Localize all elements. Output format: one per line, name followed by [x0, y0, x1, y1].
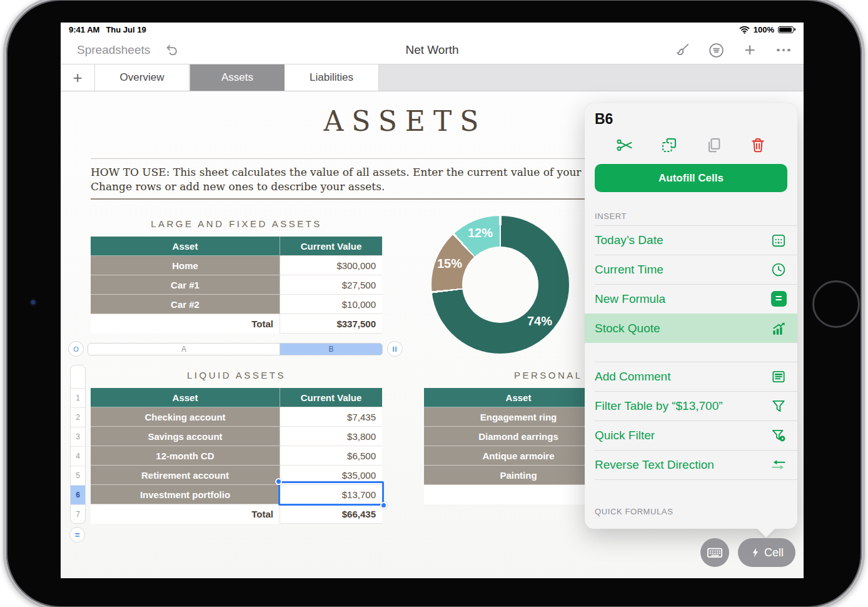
slice-label: 74%: [527, 314, 552, 329]
tab-overview[interactable]: Overview: [95, 64, 189, 91]
filter-icon: [770, 397, 787, 415]
sheet-heading: ASSETS: [280, 105, 530, 137]
selected-cell-outline[interactable]: [278, 481, 384, 506]
toolbar: Spreadsheets Net Worth: [61, 36, 804, 64]
delete-icon[interactable]: [749, 136, 767, 155]
table-row: Home $300,000: [91, 256, 382, 275]
front-camera: [29, 298, 38, 307]
calendar-icon: [770, 232, 787, 249]
cut-icon[interactable]: [615, 136, 634, 155]
stock-chart-icon: [770, 320, 787, 337]
wifi-icon: [739, 26, 750, 34]
divider: [595, 479, 797, 480]
clock-icon: [770, 261, 787, 278]
row-number[interactable]: 7: [71, 505, 85, 524]
menu-item-filter-table[interactable]: Filter Table by “$13,700”: [585, 391, 797, 421]
quick-formulas-section-label: QUICK FORMULAS: [595, 507, 673, 516]
menu-item-todays-date[interactable]: Today’s Date: [585, 225, 797, 255]
keyboard-button[interactable]: [700, 538, 729, 567]
more-options-icon[interactable]: [775, 41, 792, 59]
menu-item-reverse-text[interactable]: Reverse Text Direction: [585, 450, 797, 479]
table-header-row: Asset Current Value: [91, 388, 382, 407]
table-total-row: Total $337,500: [91, 314, 382, 334]
cell-reference: B6: [595, 111, 613, 128]
fixed-assets-table: Asset Current Value Home $300,000 Car #1…: [91, 237, 382, 334]
fixed-assets-title: LARGE AND FIXED ASSETS: [91, 218, 382, 229]
slice-label: 15%: [437, 257, 462, 271]
ipad-device: 9:41 AM Thu Jul 19 100% Spreadsheets: [0, 0, 868, 607]
assets-donut-chart[interactable]: 74% 15% 12%: [431, 216, 569, 354]
formula-icon: =: [770, 290, 787, 308]
row-number[interactable]: 5: [71, 466, 85, 486]
menu-item-current-time[interactable]: Current Time: [585, 255, 797, 284]
add-content-icon[interactable]: +: [741, 41, 759, 59]
table-row: 12-month CD $6,500: [91, 446, 382, 466]
header-cell[interactable]: Asset: [91, 237, 280, 256]
selection-handle-bottomright[interactable]: [380, 502, 387, 509]
menu-item-add-comment[interactable]: Add Comment: [585, 362, 797, 391]
autofill-cells-button[interactable]: Autofill Cells: [595, 164, 787, 192]
add-sheet-button[interactable]: +: [61, 64, 95, 91]
row-number-selected[interactable]: 6: [71, 486, 85, 505]
row-number[interactable]: 2: [71, 408, 85, 427]
table-header-row: Asset Current Value: [91, 237, 382, 256]
table-total-row: Total $66,435: [91, 504, 382, 524]
cell-action-button[interactable]: Cell: [738, 538, 795, 567]
tab-liabilities[interactable]: Liabilities: [285, 64, 379, 91]
column-a-header[interactable]: A: [88, 344, 280, 355]
format-brush-icon[interactable]: [674, 41, 691, 59]
table-row: Checking account $7,435: [91, 407, 382, 427]
view-options-icon[interactable]: [707, 41, 725, 59]
row-number[interactable]: 4: [71, 447, 85, 466]
sheet-tab-bar: + Overview Assets Liabilities: [61, 64, 804, 91]
comment-icon: [770, 368, 787, 385]
screen: 9:41 AM Thu Jul 19 100% Spreadsheets: [61, 23, 804, 578]
row-number[interactable]: 1: [71, 389, 85, 408]
table-select-handle[interactable]: O: [68, 341, 84, 357]
personal-title: PERSONAL: [514, 370, 583, 380]
menu-item-new-formula[interactable]: New Formula =: [585, 284, 797, 314]
column-resize-handle[interactable]: II: [387, 341, 403, 357]
row-number-rail: 1 2 3 4 5 6 7: [70, 365, 86, 524]
status-time: 9:41 AM: [69, 25, 99, 34]
column-b-header[interactable]: B: [280, 344, 382, 355]
selection-handle-topleft[interactable]: [275, 478, 282, 485]
status-bar: 9:41 AM Thu Jul 19 100%: [61, 23, 804, 36]
paste-icon[interactable]: [704, 136, 723, 155]
copy-icon[interactable]: [660, 136, 679, 155]
rail-blank[interactable]: [71, 365, 85, 389]
quick-filter-icon: [770, 427, 787, 444]
table-row: Car #2 $10,000: [91, 295, 382, 314]
battery-icon: [778, 26, 795, 33]
popover-caret: [757, 528, 775, 538]
insert-section-label: INSERT: [595, 212, 627, 221]
liquid-assets-title: LIQUID ASSETS: [91, 370, 382, 380]
home-button[interactable]: [812, 280, 860, 328]
donut-hole: [462, 247, 538, 323]
battery-percent: 100%: [754, 25, 774, 34]
tab-assets[interactable]: Assets: [190, 64, 285, 91]
sheet-canvas: ASSETS HOW TO USE: This sheet calculates…: [61, 91, 804, 578]
table-row: Car #1 $27,500: [91, 275, 382, 295]
status-date: Thu Jul 19: [106, 25, 146, 34]
menu-item-stock-quote[interactable]: Stock Quote: [585, 314, 797, 343]
header-cell[interactable]: Current Value: [280, 237, 382, 256]
add-row-handle[interactable]: =: [69, 527, 85, 543]
cell-context-popover: B6: [585, 103, 797, 529]
menu-item-quick-filter[interactable]: Quick Filter: [585, 421, 797, 450]
table-row: Savings account $3,800: [91, 427, 382, 446]
row-number[interactable]: 3: [71, 427, 85, 447]
reverse-direction-icon: [770, 456, 787, 474]
column-header-bar: A B: [88, 343, 383, 355]
slice-label: 12%: [468, 226, 493, 240]
